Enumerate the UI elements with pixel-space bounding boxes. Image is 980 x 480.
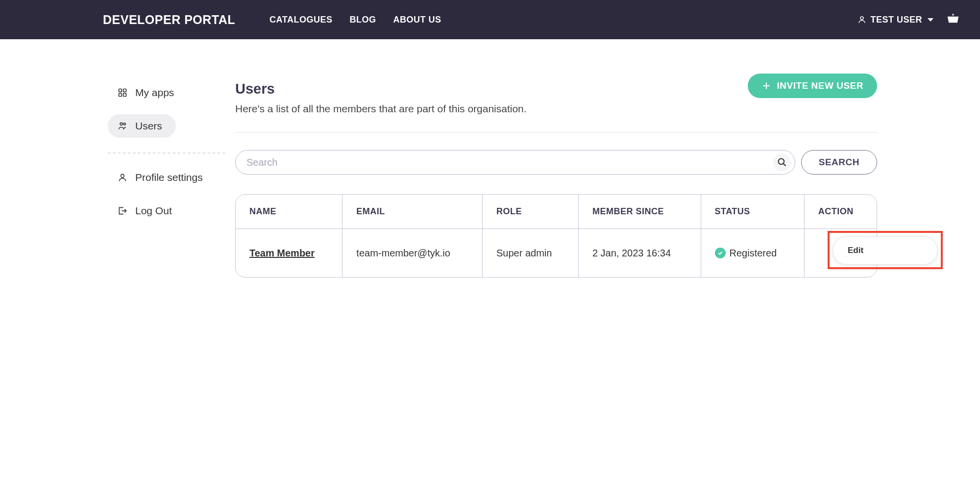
logo[interactable]: DEVELOPER PORTAL	[103, 13, 235, 27]
sidebar-item-profile[interactable]: Profile settings	[108, 166, 235, 189]
nav-blog[interactable]: BLOG	[349, 15, 376, 25]
user-member-since: 2 Jan, 2023 16:34	[578, 229, 701, 278]
svg-point-5	[120, 123, 122, 125]
sidebar-label: Users	[135, 120, 162, 132]
sidebar-item-users[interactable]: Users	[108, 114, 176, 138]
svg-point-6	[123, 123, 125, 125]
nav-catalogues[interactable]: CATALOGUES	[270, 15, 332, 25]
th-role: ROLE	[483, 195, 579, 229]
th-name: NAME	[236, 195, 343, 229]
search-input[interactable]	[246, 157, 768, 168]
svg-point-8	[778, 159, 784, 165]
table-row: Team Member team-member@tyk.io Super adm…	[236, 229, 877, 278]
page-title-group: Users Here's a list of all the members t…	[235, 81, 527, 115]
apps-icon	[118, 88, 127, 98]
search-input-wrap	[235, 150, 795, 175]
user-name-link[interactable]: Team Member	[249, 248, 315, 258]
plus-icon	[761, 81, 771, 91]
search-button[interactable]: SEARCH	[801, 150, 877, 175]
user-role: Super admin	[483, 229, 579, 278]
basket-icon[interactable]	[946, 12, 960, 27]
chevron-down-icon	[928, 18, 933, 22]
edit-menu-item[interactable]: Edit	[848, 246, 923, 255]
sidebar-label: Log Out	[135, 205, 172, 217]
content-divider	[235, 132, 877, 133]
th-email: EMAIL	[343, 195, 483, 229]
content: My apps Users Profile settings	[0, 39, 980, 278]
user-email: team-member@tyk.io	[343, 229, 483, 278]
user-menu[interactable]: TEST USER	[858, 15, 933, 25]
invite-new-user-button[interactable]: INVITE NEW USER	[748, 74, 877, 98]
action-dropdown: Edit	[833, 236, 938, 265]
invite-btn-label: INVITE NEW USER	[777, 80, 863, 91]
profile-icon	[118, 173, 127, 182]
svg-rect-1	[119, 89, 122, 92]
nav: CATALOGUES BLOG ABOUT US	[270, 15, 441, 25]
sidebar-divider	[108, 152, 225, 153]
main: Users Here's a list of all the members t…	[235, 81, 980, 278]
check-circle-icon	[715, 248, 726, 258]
nav-about[interactable]: ABOUT US	[393, 15, 441, 25]
user-name: TEST USER	[870, 15, 922, 25]
sidebar: My apps Users Profile settings	[0, 81, 235, 278]
svg-rect-3	[119, 94, 122, 97]
header: DEVELOPER PORTAL CATALOGUES BLOG ABOUT U…	[0, 0, 980, 39]
svg-point-7	[121, 174, 124, 177]
sidebar-label: My apps	[135, 87, 174, 99]
th-status: STATUS	[701, 195, 804, 229]
search-icon-button[interactable]	[773, 153, 791, 171]
svg-rect-2	[123, 89, 126, 92]
header-right: TEST USER	[858, 12, 960, 27]
sidebar-label: Profile settings	[135, 172, 203, 183]
page-title: Users	[235, 81, 527, 97]
page-subtitle: Here's a list of all the members that ar…	[235, 103, 527, 115]
users-table: NAME EMAIL ROLE MEMBER SINCE STATUS ACTI…	[236, 195, 877, 277]
search-row: SEARCH	[235, 150, 877, 175]
svg-point-0	[860, 17, 863, 20]
svg-rect-4	[123, 94, 126, 97]
user-icon	[858, 15, 866, 24]
sidebar-item-logout[interactable]: Log Out	[108, 199, 235, 223]
page-header: Users Here's a list of all the members t…	[235, 81, 877, 115]
status-cell: Registered	[715, 248, 790, 259]
th-action: ACTION	[804, 195, 877, 229]
status-text: Registered	[730, 248, 777, 259]
users-table-wrap: NAME EMAIL ROLE MEMBER SINCE STATUS ACTI…	[235, 194, 877, 278]
users-icon	[118, 121, 127, 131]
th-member-since: MEMBER SINCE	[578, 195, 701, 229]
logout-icon	[118, 206, 127, 216]
sidebar-item-myapps[interactable]: My apps	[108, 81, 235, 104]
search-icon	[777, 157, 787, 167]
